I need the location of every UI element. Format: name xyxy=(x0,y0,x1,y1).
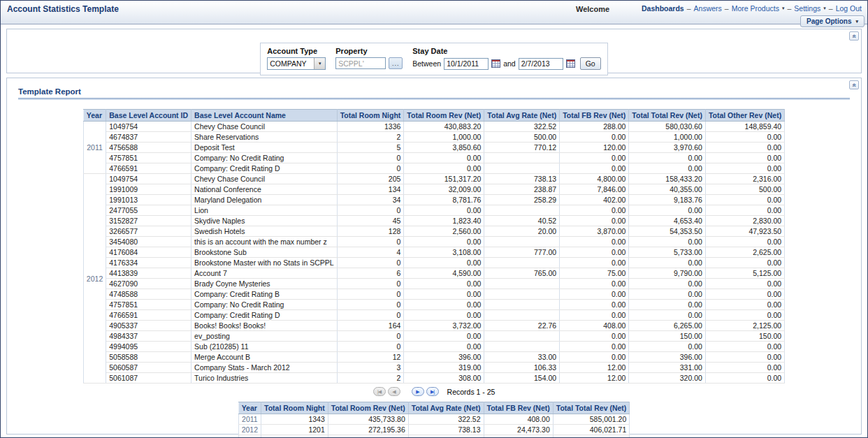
table-row: 20138766.00100.00168.001,496.50 xyxy=(238,435,630,438)
table-cell: 2,560.00 xyxy=(404,226,484,237)
nav-answers[interactable]: Answers xyxy=(694,4,722,13)
table-cell: 4748588 xyxy=(106,289,191,300)
table-cell xyxy=(484,163,560,174)
collapse-section-button[interactable]: « xyxy=(849,31,859,41)
main-report-table: Year Base Level Account ID Base Level Ac… xyxy=(83,109,785,384)
table-cell: 8,781.76 xyxy=(404,195,484,205)
table-row: 1991009National Conference13432,009.0023… xyxy=(83,184,784,195)
table-cell: 0 xyxy=(337,237,404,247)
table-cell: 0.00 xyxy=(705,132,784,143)
table-cell: 34 xyxy=(337,195,404,205)
table-cell: 0.00 xyxy=(705,237,784,247)
filter-panel: Account Type COMPANY ▾ Property ... Stay… xyxy=(260,43,607,75)
records-label: Records 1 - 25 xyxy=(447,388,496,396)
next-page-button[interactable]: ▶ xyxy=(412,387,424,396)
table-cell: 1,823.40 xyxy=(404,216,484,226)
table-cell: 0.00 xyxy=(705,279,784,289)
nav-log-out[interactable]: Log Out xyxy=(836,4,862,13)
table-cell: 24,473.30 xyxy=(484,425,553,435)
table-cell: 47,923.50 xyxy=(705,226,784,237)
table-row: 2477055Lion00.000.000.000.00 xyxy=(83,205,784,216)
table-cell: Skydive Naples xyxy=(191,216,338,226)
go-button[interactable]: Go xyxy=(580,57,601,70)
table-cell: 308.00 xyxy=(404,373,484,384)
sum-col-header-avg-rate: Total Avg Rate (Net) xyxy=(408,402,484,414)
table-cell: Company: Credit Rating D xyxy=(191,310,338,321)
table-row: 4766591Company: Credit Rating D00.000.00… xyxy=(83,163,784,174)
table-cell: 4984337 xyxy=(106,331,191,342)
table-cell: 0.00 xyxy=(560,342,629,352)
table-cell: this is an account with the max number z xyxy=(191,237,338,247)
summary-header-row: Year Total Room Night Total Room Rev (Ne… xyxy=(238,402,630,414)
stay-date-from-input[interactable] xyxy=(444,58,489,70)
table-cell: 0.00 xyxy=(705,373,784,384)
table-cell: 0.00 xyxy=(404,331,484,342)
table-cell: 154.00 xyxy=(484,373,560,384)
table-cell: 435,733.80 xyxy=(328,414,408,425)
calendar-icon[interactable] xyxy=(491,59,500,68)
table-cell: ev_posting xyxy=(191,331,338,342)
chevron-down-icon[interactable]: ▾ xyxy=(314,58,325,69)
table-cell: 128 xyxy=(337,226,404,237)
table-row: 4766591Company: Credit Rating D00.000.00… xyxy=(83,310,784,321)
calendar-icon[interactable] xyxy=(566,59,575,68)
nav-settings[interactable]: Settings xyxy=(794,4,820,13)
chevron-down-icon[interactable]: ▾ xyxy=(782,6,785,11)
table-cell: Swedish Hotels xyxy=(191,226,338,237)
account-type-label: Account Type xyxy=(267,47,326,55)
nav-dashboards[interactable]: Dashboards xyxy=(642,4,684,13)
table-cell: Turico Industries xyxy=(191,373,338,384)
table-cell xyxy=(484,331,560,342)
collapse-section-button[interactable]: « xyxy=(849,80,859,89)
table-cell: 0.00 xyxy=(705,205,784,216)
first-page-button[interactable]: |◀ xyxy=(373,387,386,396)
table-cell: 0.00 xyxy=(705,163,784,174)
table-cell: 0.00 xyxy=(560,247,629,258)
table-cell: 580,030.60 xyxy=(629,122,706,132)
last-page-button[interactable]: ▶| xyxy=(426,387,439,396)
table-cell: 0.00 xyxy=(629,342,706,352)
table-cell: 7,846.00 xyxy=(560,184,629,195)
col-header-total-rev: Total Total Rev (Net) xyxy=(629,110,706,122)
table-cell: 238.87 xyxy=(484,184,560,195)
table-cell: 1049754 xyxy=(106,122,191,132)
stay-date-to-input[interactable] xyxy=(519,58,563,70)
table-row: 4757851Company: No Credit Rating00.000.0… xyxy=(83,153,784,163)
year-group-cell: 2011 xyxy=(83,122,106,174)
table-cell: Deposit Test xyxy=(191,143,338,153)
table-cell: 430,883.20 xyxy=(404,122,484,132)
account-type-group: Account Type COMPANY ▾ xyxy=(267,47,326,70)
table-cell: 0.00 xyxy=(560,310,629,321)
table-cell: 151,317.20 xyxy=(404,174,484,184)
table-cell: 40,355.00 xyxy=(629,184,706,195)
table-cell: 2 xyxy=(337,132,404,143)
table-cell: 0 xyxy=(337,279,404,289)
table-cell: 134 xyxy=(337,184,404,195)
table-row: 20111343435,733.80322.52408.00585,001.20 xyxy=(238,414,630,425)
table-cell: 4176334 xyxy=(106,258,191,268)
table-cell: 406,021.71 xyxy=(553,425,630,435)
table-cell: 4766591 xyxy=(106,163,191,174)
table-cell: 0.00 xyxy=(404,300,484,310)
table-cell: 9,183.76 xyxy=(629,195,706,205)
table-cell: 0.00 xyxy=(560,279,629,289)
table-cell: 1201 xyxy=(261,425,328,435)
table-cell: 0.00 xyxy=(629,289,706,300)
page-options-button[interactable]: Page Options ▾ xyxy=(800,15,865,27)
table-cell: Company: No Credit Rating xyxy=(191,300,338,310)
property-input[interactable] xyxy=(335,57,386,69)
table-cell: 158,433.20 xyxy=(629,174,706,184)
property-browse-button[interactable]: ... xyxy=(389,57,403,69)
table-cell: 150.00 xyxy=(705,331,784,342)
previous-page-button[interactable]: ◀ xyxy=(388,387,400,396)
table-cell: Books! Books! Books! xyxy=(191,321,338,331)
chevron-down-icon[interactable]: ▾ xyxy=(823,6,826,11)
table-cell: 4,800.00 xyxy=(560,174,629,184)
table-cell: 33.00 xyxy=(484,352,560,363)
nav-more-products[interactable]: More Products xyxy=(732,4,779,13)
table-row: 4176334Brookstone Master with no Stats i… xyxy=(83,258,784,268)
table-cell: 2,316.00 xyxy=(705,174,784,184)
table-row: 5058588Merge Account B12396.0033.000.003… xyxy=(83,352,784,363)
table-cell: 500.00 xyxy=(705,184,784,195)
account-type-select[interactable]: COMPANY ▾ xyxy=(267,57,326,70)
